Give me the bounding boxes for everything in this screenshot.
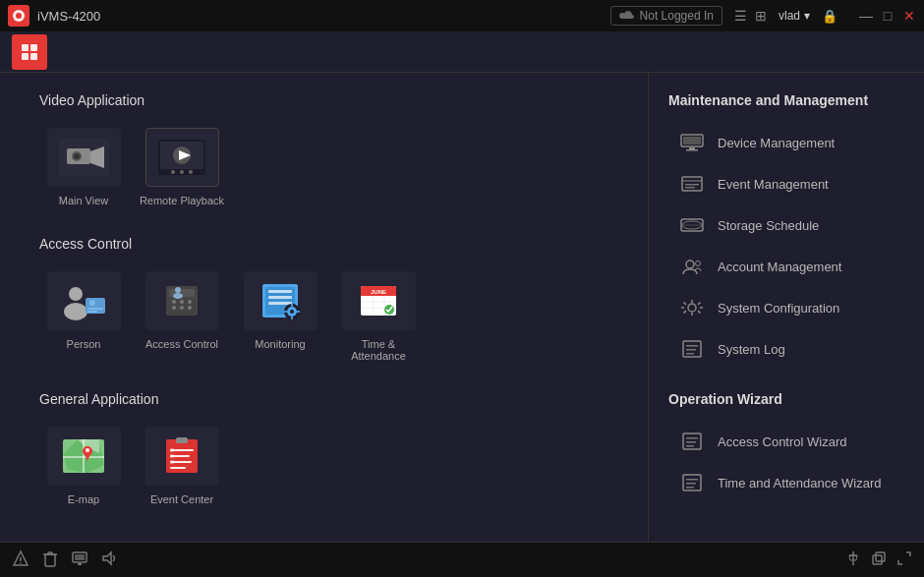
account-management-label: Account Management [718, 260, 841, 274]
person-label: Person [67, 338, 101, 350]
svg-rect-98 [686, 487, 694, 489]
maximize-button[interactable]: □ [881, 9, 895, 23]
user-dropdown-icon[interactable]: ▾ [804, 9, 810, 23]
remote-playback-label: Remote Playback [140, 195, 224, 206]
svg-rect-76 [686, 149, 698, 151]
svg-point-18 [69, 287, 83, 301]
svg-rect-80 [685, 187, 695, 189]
remote-playback-item[interactable]: Remote Playback [138, 128, 226, 206]
expand-icon[interactable] [896, 550, 912, 569]
svg-point-29 [180, 300, 184, 304]
restore-icon[interactable] [871, 550, 887, 569]
minimize-button[interactable]: — [859, 9, 873, 23]
svg-point-86 [688, 304, 696, 312]
monitoring-icon-box [244, 271, 318, 330]
cloud-status[interactable]: Not Logged In [610, 6, 722, 26]
svg-rect-22 [87, 308, 103, 310]
system-configuration-icon [678, 297, 706, 318]
svg-rect-114 [873, 555, 882, 564]
alarm-icon[interactable] [12, 549, 29, 571]
svg-point-31 [172, 306, 176, 310]
device-management-item[interactable]: Device Management [668, 124, 904, 161]
time-attendance-item[interactable]: JUNE Time & Attendance [334, 271, 423, 362]
delete-icon[interactable] [41, 549, 59, 571]
video-application-grid: Main View Rem [39, 128, 608, 206]
svg-rect-42 [291, 304, 293, 307]
svg-rect-108 [75, 554, 85, 560]
access-control-label: Access Control [145, 338, 218, 350]
svg-rect-96 [686, 479, 698, 481]
monitoring-icon [255, 280, 306, 321]
audio-icon[interactable] [100, 549, 118, 571]
grid-icon[interactable]: ⊞ [755, 8, 767, 24]
event-center-icon-box [145, 427, 219, 486]
svg-rect-72 [170, 460, 174, 464]
lock-icon[interactable]: 🔒 [822, 9, 837, 24]
maintenance-section: Maintenance and Management Device Manage… [668, 92, 904, 368]
device-management-icon [678, 132, 706, 153]
titlebar-right: Not Logged In ☰ ⊞ vlad ▾ 🔒 — □ ✕ [610, 6, 916, 26]
svg-point-15 [171, 170, 175, 174]
left-panel: Video Application Main View [0, 73, 648, 542]
time-attendance-label: Time & Attendance [334, 338, 423, 362]
system-log-item[interactable]: System Log [668, 330, 904, 368]
access-control-wizard-icon [678, 431, 706, 452]
storage-schedule-item[interactable]: Storage Schedule [668, 206, 904, 244]
svg-rect-69 [170, 467, 186, 469]
time-attendance-icon-box: JUNE [342, 271, 416, 330]
system-configuration-item[interactable]: System Configuration [668, 289, 904, 326]
event-center-label: Event Center [150, 493, 213, 505]
cloud-status-text: Not Logged In [640, 9, 714, 23]
time-attendance-wizard-icon [678, 472, 706, 493]
svg-rect-36 [268, 290, 292, 293]
monitoring-item[interactable]: Monitoring [236, 271, 324, 362]
device-management-label: Device Management [718, 136, 835, 150]
svg-point-30 [188, 300, 192, 304]
wizard-section: Operation Wizard Access Control Wizard T… [668, 391, 904, 501]
event-management-item[interactable]: Event Management [668, 165, 904, 202]
titlebar-icons: ☰ ⊞ [734, 8, 767, 24]
svg-rect-90 [686, 353, 694, 355]
titlebar: iVMS-4200 Not Logged In ☰ ⊞ vlad ▾ 🔒 — □… [0, 0, 924, 31]
svg-rect-65 [176, 437, 188, 443]
app-title: iVMS-4200 [37, 9, 100, 24]
system-log-icon [678, 338, 706, 360]
svg-rect-44 [284, 311, 287, 313]
person-icon-box [47, 271, 121, 330]
access-control-icon [156, 280, 207, 321]
svg-rect-115 [876, 552, 885, 561]
person-item[interactable]: Person [39, 271, 128, 362]
access-control-wizard-item[interactable]: Access Control Wizard [668, 423, 904, 460]
svg-point-85 [696, 261, 701, 266]
pin-icon[interactable] [845, 550, 861, 569]
time-attendance-wizard-item[interactable]: Time and Attendance Wizard [668, 464, 904, 501]
home-button[interactable] [12, 34, 47, 70]
svg-point-27 [173, 293, 183, 299]
account-management-item[interactable]: Account Management [668, 248, 904, 285]
svg-rect-71 [170, 454, 174, 458]
svg-point-62 [86, 448, 89, 452]
username: vlad [779, 9, 800, 23]
cloud-icon [619, 10, 635, 22]
svg-rect-93 [686, 441, 696, 443]
right-panel: Maintenance and Management Device Manage… [649, 73, 924, 542]
access-control-grid: Person [39, 271, 608, 362]
svg-point-33 [188, 306, 192, 310]
svg-point-17 [189, 170, 193, 174]
app-logo [8, 5, 29, 27]
svg-point-84 [686, 260, 694, 268]
event-center-icon [156, 435, 207, 477]
main-view-item[interactable]: Main View [39, 128, 128, 206]
svg-rect-43 [291, 317, 293, 319]
svg-rect-102 [45, 554, 55, 566]
device-icon[interactable] [71, 549, 88, 571]
person-icon [58, 280, 109, 321]
list-icon[interactable]: ☰ [734, 8, 747, 24]
access-control-item[interactable]: Access Control [138, 271, 226, 362]
svg-point-10 [74, 153, 80, 159]
close-button[interactable]: ✕ [902, 9, 916, 23]
svg-rect-89 [686, 349, 696, 351]
time-attendance-icon: JUNE [353, 280, 404, 321]
emap-item[interactable]: E-map [39, 427, 128, 505]
event-center-item[interactable]: Event Center [138, 427, 226, 505]
